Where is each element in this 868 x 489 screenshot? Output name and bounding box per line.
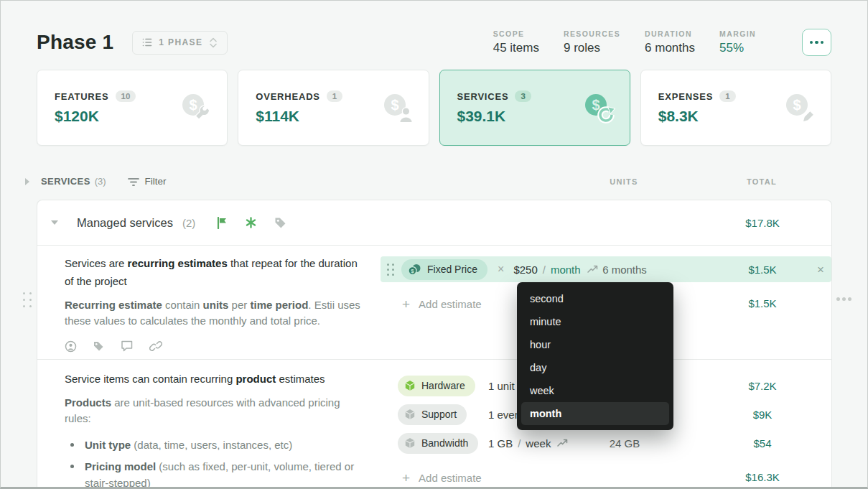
product-chip-support[interactable]: Support [398, 404, 467, 425]
card-expenses-label: EXPENSES [658, 91, 713, 102]
card-overheads[interactable]: OVERHEADS 1 $114K $ [238, 70, 429, 146]
group-total: $17.8K [719, 217, 806, 229]
estimate-quantity[interactable]: 1 unit [488, 380, 515, 392]
filter-icon [128, 177, 139, 187]
svg-text:$: $ [411, 268, 414, 274]
period-dropdown-trigger[interactable]: week [526, 437, 551, 450]
service-title: Services are recurring estimates that re… [65, 254, 369, 290]
dropdown-item-hour[interactable]: hour [517, 333, 673, 356]
svg-text:$: $ [391, 97, 398, 113]
price-separator: / [518, 437, 521, 450]
tag-small-icon[interactable] [93, 340, 105, 353]
filter-button[interactable]: Filter [128, 176, 167, 187]
services-table-head: SERVICES (3) Filter UNITS TOTAL [37, 176, 832, 190]
pricing-model-chip[interactable]: $ Fixed Price [401, 259, 487, 280]
add-estimate-label: Add estimate [419, 472, 482, 484]
assignee-icon[interactable] [65, 340, 77, 353]
service-row-products: Service items can contain recurring prod… [37, 360, 831, 489]
dropdown-item-week[interactable]: week [517, 379, 673, 402]
dropdown-item-second[interactable]: second [517, 287, 673, 310]
dropdown-item-month[interactable]: month [521, 402, 669, 425]
cube-icon [404, 409, 416, 420]
page-title: Phase 1 [37, 31, 113, 54]
stat-scope-label: SCOPE [493, 29, 539, 38]
trend-up-icon[interactable] [557, 439, 569, 447]
phase-more-button[interactable] [802, 29, 831, 56]
asterisk-icon[interactable] [246, 217, 256, 228]
stat-resources: RESOURCES 9 roles [564, 29, 620, 55]
card-services-label: SERVICES [457, 91, 509, 102]
service-bullet-list: Unit type (data, time, users, instances,… [66, 437, 369, 489]
card-expenses-value: $8.3K [658, 108, 736, 125]
stat-scope: SCOPE 45 items [493, 29, 539, 55]
stat-scope-value: 45 items [493, 41, 539, 55]
dollar-wrench-icon: $ [178, 91, 213, 124]
dropdown-item-minute[interactable]: minute [517, 310, 673, 333]
estimate-drag-handle-icon[interactable] [387, 264, 394, 276]
add-estimate-label: Add estimate [419, 298, 482, 310]
plus-icon: + [402, 297, 410, 311]
stat-margin-label: MARGIN [719, 29, 756, 38]
dropdown-item-day[interactable]: day [517, 356, 673, 379]
comment-icon[interactable] [121, 340, 134, 352]
card-overheads-label: OVERHEADS [256, 91, 320, 102]
services-panel: Managed services (2) [37, 200, 832, 489]
estimate-units[interactable]: 6 months [582, 264, 668, 276]
card-overheads-count-badge: 1 [327, 90, 342, 102]
dollar-pencil-icon: $ [782, 91, 816, 124]
period-dropdown-menu: second minute hour day week month [517, 282, 673, 430]
remove-estimate-icon[interactable]: × [817, 264, 824, 276]
card-features-count-badge: 10 [116, 90, 136, 102]
product-chip-bandwidth[interactable]: Bandwidth [398, 433, 478, 454]
price-separator: / [543, 264, 546, 276]
service-title: Service items can contain recurring prod… [65, 370, 369, 388]
plus-icon: + [402, 471, 410, 485]
phase-stats: SCOPE 45 items RESOURCES 9 roles DURATIO… [493, 29, 756, 55]
card-services-value: $39.1K [457, 108, 531, 125]
service-row-total: $16.3K [719, 471, 806, 483]
group-collapse-caret-icon[interactable] [51, 220, 58, 225]
estimate-row-bandwidth[interactable]: Bandwidth 1 GB / week 24 GB $54 [381, 432, 831, 455]
section-collapse-caret-icon[interactable] [25, 178, 29, 185]
section-label: SERVICES [41, 176, 90, 187]
add-estimate-button[interactable]: + Add estimate $16.3K [381, 466, 831, 489]
card-expenses-count-badge: 1 [719, 90, 735, 102]
svg-text:$: $ [793, 97, 801, 113]
service-description[interactable]: Service items can contain recurring prod… [65, 370, 369, 489]
column-header-units: UNITS [581, 177, 667, 186]
product-chip-label: Bandwidth [421, 437, 468, 449]
service-row-drag-handle-icon[interactable] [23, 292, 32, 307]
bullet-pricing-model: Pricing model (such as fixed, per-unit, … [66, 458, 369, 489]
phase-selector-label: 1 PHASE [159, 37, 202, 47]
phase-selector[interactable]: 1 PHASE [132, 31, 228, 55]
estimate-total: $1.5K [719, 264, 806, 276]
estimate-quantity[interactable]: 1 GB / week [488, 437, 569, 450]
card-expenses[interactable]: EXPENSES 1 $8.3K $ [640, 70, 831, 146]
estimate-price[interactable]: $250 [513, 264, 537, 276]
product-chip-label: Hardware [421, 380, 465, 391]
card-services[interactable]: SERVICES 3 $39.1K $ [439, 70, 630, 146]
filter-label: Filter [145, 176, 167, 187]
row-actions-menu-icon[interactable] [836, 297, 851, 301]
svg-text:$: $ [592, 97, 599, 113]
card-services-count-badge: 3 [515, 90, 531, 102]
stat-margin-value: 55% [719, 41, 756, 55]
period-dropdown-trigger[interactable]: month [551, 264, 581, 276]
dollar-person-icon: $ [380, 91, 414, 124]
card-features[interactable]: FEATURES 10 $120K $ [37, 70, 228, 146]
estimate-units[interactable]: 24 GB [582, 437, 668, 450]
quantity-value: 1 GB [488, 437, 513, 450]
column-header-total: TOTAL [719, 177, 805, 186]
clear-pricing-icon[interactable]: × [498, 264, 504, 275]
service-description[interactable]: Services are recurring estimates that re… [65, 254, 369, 353]
section-count: (3) [95, 176, 106, 187]
estimate-row-fixed-price[interactable]: $ Fixed Price × $250 / month 6 months $1… [381, 256, 831, 282]
service-row-total: $1.5K [719, 297, 806, 309]
link-icon[interactable] [149, 340, 162, 352]
tag-icon[interactable] [274, 217, 286, 229]
stat-duration: DURATION 6 months [645, 29, 695, 55]
flag-icon[interactable] [217, 217, 228, 229]
stat-margin: MARGIN 55% [719, 29, 756, 55]
product-chip-hardware[interactable]: Hardware [398, 376, 475, 396]
card-features-value: $120K [55, 108, 136, 125]
